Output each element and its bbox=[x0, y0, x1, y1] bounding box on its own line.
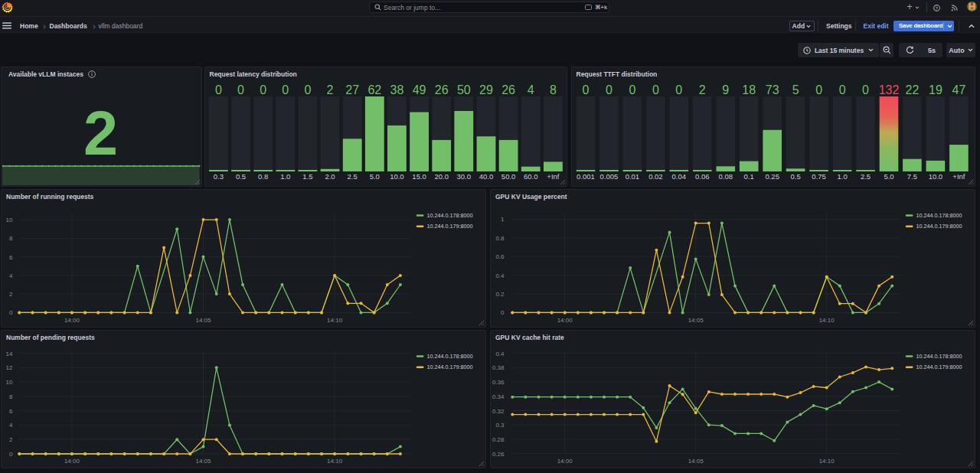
svg-text:10.244.0.179:8000: 10.244.0.179:8000 bbox=[427, 364, 473, 370]
svg-text:14:10: 14:10 bbox=[819, 458, 835, 465]
svg-text:132: 132 bbox=[879, 83, 900, 96]
svg-text:0: 0 bbox=[9, 451, 13, 458]
svg-text:10.244.0.178:8000: 10.244.0.178:8000 bbox=[916, 212, 962, 219]
svg-text:0.26: 0.26 bbox=[492, 451, 505, 458]
svg-text:4: 4 bbox=[9, 422, 13, 429]
svg-text:0: 0 bbox=[583, 83, 590, 96]
svg-text:0: 0 bbox=[260, 83, 266, 96]
svg-text:10.244.0.179:8000: 10.244.0.179:8000 bbox=[916, 223, 962, 230]
svg-text:6: 6 bbox=[9, 254, 13, 261]
svg-text:0: 0 bbox=[839, 83, 846, 96]
svg-text:10: 10 bbox=[6, 379, 13, 386]
svg-text:0: 0 bbox=[237, 83, 244, 96]
svg-text:Request latency distribution: Request latency distribution bbox=[210, 70, 297, 78]
svg-text:4: 4 bbox=[9, 272, 13, 279]
svg-text:10.244.0.179:8000: 10.244.0.179:8000 bbox=[916, 364, 962, 370]
svg-text:10.244.0.179:8000: 10.244.0.179:8000 bbox=[427, 223, 473, 230]
svg-text:73: 73 bbox=[766, 83, 779, 96]
svg-text:0.6: 0.6 bbox=[495, 253, 505, 260]
svg-text:8: 8 bbox=[550, 83, 557, 96]
svg-text:7.5: 7.5 bbox=[907, 172, 917, 181]
svg-text:0.36: 0.36 bbox=[492, 379, 505, 386]
svg-text:0.4: 0.4 bbox=[495, 272, 505, 279]
svg-text:0: 0 bbox=[282, 83, 289, 96]
svg-text:30.0: 30.0 bbox=[457, 172, 472, 181]
svg-text:14:05: 14:05 bbox=[195, 317, 211, 324]
svg-text:0.08: 0.08 bbox=[719, 172, 733, 181]
svg-text:15.0: 15.0 bbox=[412, 172, 426, 181]
svg-text:50: 50 bbox=[457, 83, 471, 96]
svg-text:10.0: 10.0 bbox=[929, 172, 943, 181]
svg-text:0: 0 bbox=[606, 83, 612, 96]
svg-text:9: 9 bbox=[722, 83, 729, 96]
svg-text:22: 22 bbox=[906, 83, 920, 96]
svg-text:0.8: 0.8 bbox=[495, 235, 505, 242]
svg-text:0: 0 bbox=[501, 309, 505, 316]
svg-text:2: 2 bbox=[699, 83, 706, 96]
svg-text:14:00: 14:00 bbox=[557, 458, 573, 465]
svg-text:+Inf: +Inf bbox=[547, 172, 559, 181]
svg-text:0: 0 bbox=[675, 83, 682, 96]
svg-text:0.2: 0.2 bbox=[495, 291, 505, 298]
svg-text:38: 38 bbox=[390, 83, 404, 96]
svg-text:19: 19 bbox=[929, 83, 942, 96]
svg-text:14:05: 14:05 bbox=[688, 458, 704, 465]
svg-text:29: 29 bbox=[479, 83, 493, 96]
svg-text:0.5: 0.5 bbox=[790, 172, 800, 181]
svg-text:GPU KV cache hit rate: GPU KV cache hit rate bbox=[495, 334, 564, 341]
svg-text:0.01: 0.01 bbox=[626, 172, 640, 181]
svg-text:Available vLLM instaces: Available vLLM instaces bbox=[8, 70, 83, 78]
svg-text:14:10: 14:10 bbox=[819, 317, 835, 324]
svg-text:10.244.0.178:8000: 10.244.0.178:8000 bbox=[427, 212, 473, 219]
svg-text:10.244.0.178:8000: 10.244.0.178:8000 bbox=[427, 353, 473, 360]
svg-text:40.0: 40.0 bbox=[479, 172, 494, 181]
svg-text:0.06: 0.06 bbox=[695, 172, 710, 181]
svg-text:0: 0 bbox=[629, 83, 635, 96]
svg-text:2: 2 bbox=[83, 99, 118, 168]
svg-text:14: 14 bbox=[6, 351, 13, 357]
svg-text:0: 0 bbox=[652, 83, 659, 96]
svg-text:14:05: 14:05 bbox=[195, 458, 211, 465]
svg-text:4: 4 bbox=[528, 83, 534, 96]
svg-text:Request TTFT distribution: Request TTFT distribution bbox=[577, 70, 658, 78]
svg-text:18: 18 bbox=[742, 83, 756, 96]
svg-text:0.1: 0.1 bbox=[744, 172, 754, 181]
svg-text:0.34: 0.34 bbox=[492, 393, 505, 400]
svg-text:14:10: 14:10 bbox=[327, 458, 343, 465]
svg-text:27: 27 bbox=[345, 83, 359, 96]
svg-text:20.0: 20.0 bbox=[434, 172, 449, 181]
svg-text:14:00: 14:00 bbox=[64, 458, 80, 465]
svg-text:1.0: 1.0 bbox=[837, 172, 847, 181]
svg-text:10: 10 bbox=[6, 217, 13, 223]
svg-text:0: 0 bbox=[815, 83, 822, 96]
svg-text:1: 1 bbox=[501, 216, 505, 223]
svg-text:26: 26 bbox=[501, 83, 515, 96]
svg-text:0: 0 bbox=[215, 83, 222, 96]
svg-text:0.04: 0.04 bbox=[672, 172, 687, 181]
svg-text:0.4: 0.4 bbox=[495, 351, 505, 357]
svg-text:14:10: 14:10 bbox=[327, 317, 343, 324]
svg-text:47: 47 bbox=[952, 83, 966, 96]
svg-text:GPU KV Usage percent: GPU KV Usage percent bbox=[495, 193, 567, 201]
svg-text:12: 12 bbox=[6, 364, 13, 371]
svg-text:2: 2 bbox=[327, 83, 334, 96]
svg-text:0.28: 0.28 bbox=[492, 436, 505, 443]
svg-text:2.0: 2.0 bbox=[325, 172, 335, 181]
svg-text:2: 2 bbox=[9, 436, 13, 443]
svg-text:8: 8 bbox=[9, 393, 13, 400]
svg-text:5.0: 5.0 bbox=[884, 172, 893, 181]
svg-text:50.0: 50.0 bbox=[501, 172, 516, 181]
svg-text:0.02: 0.02 bbox=[648, 172, 663, 181]
svg-text:2.5: 2.5 bbox=[348, 172, 358, 181]
svg-text:Number of running requests: Number of running requests bbox=[6, 193, 94, 201]
svg-text:0.32: 0.32 bbox=[492, 408, 505, 415]
svg-text:Number of pending requests: Number of pending requests bbox=[6, 334, 95, 341]
svg-text:0.3: 0.3 bbox=[214, 172, 224, 181]
svg-text:0.25: 0.25 bbox=[765, 172, 779, 181]
svg-text:10.0: 10.0 bbox=[390, 172, 404, 181]
svg-text:8: 8 bbox=[9, 235, 13, 242]
svg-text:5: 5 bbox=[792, 83, 799, 96]
svg-text:0.8: 0.8 bbox=[258, 172, 268, 181]
svg-text:0.005: 0.005 bbox=[600, 172, 619, 181]
svg-text:0.3: 0.3 bbox=[495, 422, 505, 429]
